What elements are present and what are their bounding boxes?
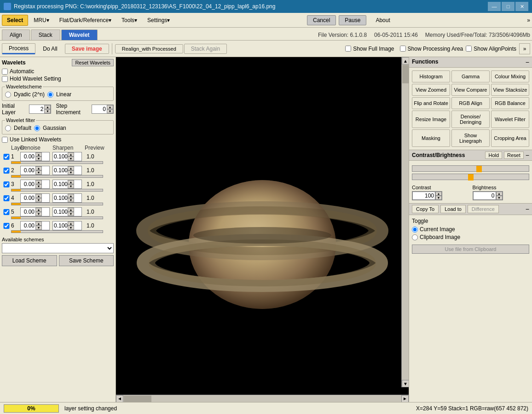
layer-3-denoise-up[interactable]: ▲ [35, 180, 42, 184]
layer-2-sharpen-up[interactable]: ▲ [68, 166, 74, 170]
show-align-points-label[interactable]: Show AlignPoints [466, 46, 516, 52]
initial-layer-down[interactable]: ▼ [44, 109, 51, 113]
contrast-slider-thumb[interactable] [476, 166, 482, 172]
layer-5-slider[interactable] [11, 216, 103, 219]
view-zoomed-btn[interactable]: View Zoomed [412, 84, 450, 96]
copy-to-button[interactable]: Copy To [412, 205, 439, 213]
tab-align[interactable]: Align [2, 29, 30, 40]
step-increment-down[interactable]: ▼ [107, 109, 113, 113]
gamma-btn[interactable]: Gamma [451, 70, 490, 82]
masking-btn[interactable]: Masking [412, 129, 450, 147]
scroll-track-h[interactable] [123, 395, 401, 402]
view-compare-btn[interactable]: View Compare [451, 84, 490, 96]
layer-1-denoise-down[interactable]: ▼ [35, 157, 42, 161]
tab-wavelet[interactable]: Wavelet [61, 29, 98, 40]
toolbar-expand-button[interactable]: » [519, 43, 530, 54]
image-scrollbar-vertical[interactable]: ▲ ▼ [401, 57, 409, 387]
save-scheme-button[interactable]: Save Scheme [59, 255, 114, 266]
layer-6-slider[interactable] [11, 230, 103, 233]
brightness-slider[interactable] [412, 174, 529, 180]
layer-3-sharpen-down[interactable]: ▼ [68, 184, 74, 188]
tools-menu[interactable]: Tools▾ [117, 15, 142, 25]
hold-wavelet-check[interactable] [2, 76, 8, 82]
scroll-left-button[interactable]: ◄ [116, 395, 123, 402]
image-scrollbar-horizontal[interactable]: ◄ ► [116, 395, 409, 402]
layer-6-sharpen-up[interactable]: ▲ [68, 222, 74, 226]
rgb-balance-btn[interactable]: RGB Balance [491, 97, 529, 109]
copy-collapse-button[interactable]: − [526, 205, 529, 213]
scroll-track-v[interactable] [402, 64, 409, 380]
resize-image-btn[interactable]: Resize Image [412, 111, 450, 128]
layer-1-sharpen-down[interactable]: ▼ [68, 157, 74, 161]
use-linked-check[interactable] [2, 137, 8, 143]
cancel-button[interactable]: Cancel [307, 15, 336, 25]
load-to-button[interactable]: Load to [440, 205, 466, 213]
layer-5-denoise-up[interactable]: ▲ [35, 208, 42, 212]
layer-6-check[interactable] [2, 223, 11, 229]
pause-button[interactable]: Pause [339, 15, 366, 25]
wavelet-filter-btn[interactable]: Wavelet Filter [491, 111, 529, 128]
scroll-thumb-h[interactable] [124, 396, 151, 402]
current-image-radio[interactable] [412, 227, 418, 233]
maximize-button[interactable]: □ [502, 2, 515, 11]
layer-4-slider[interactable] [11, 203, 103, 205]
scroll-thumb-v[interactable] [402, 65, 409, 83]
view-stacksize-btn[interactable]: View Stacksize [491, 84, 529, 96]
layer-1-check[interactable] [2, 154, 11, 160]
flip-rotate-btn[interactable]: Flip and Rotate [412, 97, 450, 109]
colour-mixing-btn[interactable]: Colour Mixing [491, 70, 529, 82]
show-align-points-check[interactable] [466, 46, 472, 52]
process-button[interactable]: Process [2, 43, 35, 54]
contrast-collapse-button[interactable]: − [526, 152, 529, 159]
menu-expander[interactable]: » [527, 17, 530, 23]
layer-1-sharpen-up[interactable]: ▲ [68, 152, 74, 157]
use-file-button[interactable]: Use file from Clipboard [412, 245, 529, 254]
layer-2-check[interactable] [2, 168, 11, 174]
layer-2-sharpen-down[interactable]: ▼ [68, 170, 74, 175]
automatic-check[interactable] [2, 69, 8, 75]
contrast-slider[interactable] [412, 165, 529, 172]
difference-button[interactable]: Difference [468, 205, 499, 213]
schemes-select[interactable] [2, 243, 114, 253]
contrast-up[interactable]: ▲ [435, 192, 442, 196]
linear-radio[interactable] [47, 92, 53, 98]
default-radio[interactable] [5, 125, 11, 131]
layer-5-denoise-down[interactable]: ▼ [35, 212, 42, 216]
select-menu[interactable]: Select [2, 15, 28, 26]
show-linegraph-btn[interactable]: Show Linegraph [451, 129, 490, 147]
initial-layer-up[interactable]: ▲ [44, 105, 51, 109]
rgb-align-btn[interactable]: RGB Align [451, 97, 490, 109]
cropping-area-btn[interactable]: Cropping Area [491, 129, 529, 147]
close-button[interactable]: ✕ [515, 2, 528, 11]
layer-4-check[interactable] [2, 195, 11, 201]
layer-6-denoise-up[interactable]: ▲ [35, 222, 42, 226]
show-full-image-label[interactable]: Show Full Image [345, 46, 394, 52]
brightness-up[interactable]: ▲ [496, 192, 503, 196]
layer-1-denoise-up[interactable]: ▲ [35, 152, 42, 157]
scroll-right-button[interactable]: ► [401, 395, 409, 402]
settings-menu[interactable]: Settings▾ [143, 15, 174, 25]
flatdark-menu[interactable]: Flat/Dark/Reference▾ [55, 15, 116, 25]
layer-5-sharpen-down[interactable]: ▼ [68, 212, 74, 216]
step-increment-up[interactable]: ▲ [107, 105, 113, 109]
minimize-button[interactable]: — [488, 2, 501, 11]
layer-1-slider[interactable] [11, 161, 103, 164]
layer-4-denoise-down[interactable]: ▼ [35, 198, 42, 202]
layer-6-sharpen-down[interactable]: ▼ [68, 226, 74, 230]
gaussian-radio[interactable] [34, 125, 40, 131]
scroll-down-button[interactable]: ▼ [402, 380, 409, 387]
layer-5-check[interactable] [2, 209, 11, 215]
clipboard-image-radio[interactable] [412, 234, 418, 240]
brightness-slider-thumb[interactable] [468, 174, 474, 181]
dyadic-radio[interactable] [5, 92, 11, 98]
realign-button[interactable]: Realign_with Processed [115, 44, 183, 53]
reset-wavelets-button[interactable]: Reset Wavelets [72, 59, 114, 66]
layer-4-sharpen-up[interactable]: ▲ [68, 194, 74, 198]
layer-3-sharpen-up[interactable]: ▲ [68, 180, 74, 184]
contrast-down[interactable]: ▼ [435, 196, 442, 200]
layer-4-denoise-up[interactable]: ▲ [35, 194, 42, 198]
scroll-up-button[interactable]: ▲ [402, 57, 409, 64]
layer-2-denoise-up[interactable]: ▲ [35, 166, 42, 170]
layer-3-denoise-down[interactable]: ▼ [35, 184, 42, 188]
layer-3-check[interactable] [2, 181, 11, 187]
